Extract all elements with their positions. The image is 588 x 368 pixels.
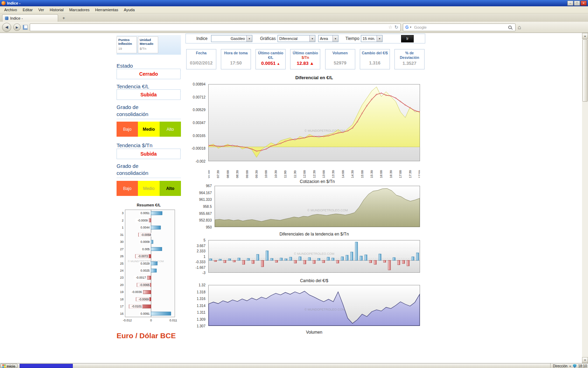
windows-logo-icon <box>2 364 6 368</box>
x-axis-labels: 07:0007:3008:0008:3009:0009:3010:0010:30… <box>208 163 420 179</box>
back-button[interactable]: ◀ <box>2 23 11 32</box>
menu-historial[interactable]: Historial <box>47 7 66 13</box>
tab-indice[interactable]: Indice - <box>2 14 58 22</box>
grado-button-bajo[interactable]: Bajo <box>117 122 138 137</box>
chevron-icon[interactable]: « <box>569 364 571 368</box>
chart-title-volumen: Volumen <box>208 330 420 335</box>
y-tick: 1.314 <box>197 304 205 308</box>
grado-button-bajo[interactable]: Bajo <box>117 181 138 196</box>
close-button[interactable]: × <box>581 1 587 6</box>
svg-text:0.0029: 0.0029 <box>141 262 150 265</box>
menu-ayuda[interactable]: Ayuda <box>121 7 138 13</box>
y-tick: 952.833 <box>199 218 212 222</box>
security-shield-icon[interactable] <box>573 364 576 368</box>
plot-area: © MUNDOPETROLEO.COM <box>208 84 420 161</box>
y-tick: 2.333 <box>197 249 205 253</box>
controls-bar: Indice Gasóleo ▼ Gráficas Diferencial ▼ … <box>186 34 425 43</box>
home-button[interactable]: ⌂ <box>518 24 521 30</box>
svg-text:23: 23 <box>120 276 124 279</box>
indice-select[interactable]: Gasóleo ▼ <box>211 35 252 42</box>
svg-text:16:30: 16:30 <box>389 170 393 178</box>
taskbar-clock[interactable]: 18:10 <box>578 364 587 368</box>
info-box-value: 12.83▲ <box>290 61 320 66</box>
new-tab-button[interactable]: + <box>59 15 68 21</box>
menu-ver[interactable]: Ver <box>35 7 47 13</box>
web-page: PuntosInflexión19UnidadMercado$/Tn Estad… <box>0 33 582 363</box>
y-tick: 958.5 <box>203 205 212 209</box>
bookmark-star-icon[interactable]: ☆ <box>388 25 392 30</box>
svg-text:-0.0058: -0.0058 <box>141 233 151 237</box>
info-box-label: Último cambio€/L <box>256 49 285 60</box>
search-engine-dropdown-icon[interactable]: ▾ <box>410 26 411 29</box>
y-tick: 1.32 <box>199 283 205 287</box>
svg-text:-0.0072: -0.0072 <box>138 254 148 258</box>
search-box[interactable]: G ▾ Google <box>403 23 516 31</box>
menu-editar[interactable]: Editar <box>20 7 36 13</box>
search-icon[interactable] <box>508 26 512 29</box>
grado-button-medio[interactable]: Medio <box>138 181 159 196</box>
y-tick: -0.002 <box>196 159 205 163</box>
menu-archivo[interactable]: Archivo <box>1 7 20 13</box>
svg-text:-0.0009: -0.0009 <box>138 219 148 222</box>
estado-value: Cerrado <box>117 69 181 79</box>
info-box-value: 52979 <box>326 60 355 66</box>
taskbar-window-item[interactable] <box>20 364 73 368</box>
grado-button-alto[interactable]: Alto <box>160 122 181 137</box>
vertical-scrollbar[interactable]: ▲ ▼ <box>582 33 588 363</box>
url-bar[interactable]: ☆ ↻ <box>30 23 401 31</box>
info-box: Fecha03/02/2012 <box>186 49 216 69</box>
scroll-thumb[interactable] <box>582 39 588 102</box>
address-toolbar-label[interactable]: Dirección <box>553 364 568 368</box>
y-tick: -1.667 <box>196 266 205 270</box>
grado-button-alto[interactable]: Alto <box>160 181 181 196</box>
menu-marcadores[interactable]: Marcadores <box>66 7 92 13</box>
scroll-down-icon[interactable]: ▼ <box>582 357 588 363</box>
maximize-button[interactable]: □ <box>574 1 580 6</box>
stat-box-unidad-mercado: UnidadMercado$/Tn <box>138 36 158 53</box>
forward-button[interactable]: ▶ <box>13 23 21 31</box>
start-button[interactable]: Inicio <box>0 364 18 368</box>
grado-usd-buttons: BajoMedioAlto <box>117 181 181 196</box>
page-icon[interactable] <box>23 25 28 30</box>
tipo-select[interactable]: Area ▼ <box>318 35 338 42</box>
minimize-button[interactable]: – <box>567 1 573 6</box>
chart-tendencia-bars: Diferenciales de la tendencia en $/Tn 53… <box>186 232 425 277</box>
graficas-select[interactable]: Diferencial ▼ <box>278 35 315 42</box>
menu-herramientas[interactable]: Herramientas <box>92 7 121 13</box>
stats-panel: PuntosInflexión19UnidadMercado$/Tn <box>117 35 181 55</box>
plot-area: © MUNDOPETROLEO.COM <box>208 240 420 273</box>
window-title: Indice - <box>7 1 567 5</box>
chart-cotizacion: Cotizacion en $/Tn 967964.167961.333958.… <box>186 179 425 232</box>
y-tick: 3.667 <box>197 244 205 248</box>
y-tick: 5 <box>203 238 205 242</box>
stat-box-puntos-inflexion: PuntosInflexión19 <box>117 36 137 53</box>
svg-text:11:00: 11:00 <box>284 170 287 178</box>
tiempo-label: Tiempo <box>345 36 359 41</box>
svg-text:© MUNDOPETROLEO.COM: © MUNDOPETROLEO.COM <box>294 252 335 255</box>
ir-button[interactable]: Ir <box>401 35 414 42</box>
up-arrow-icon: ▲ <box>309 61 314 66</box>
info-box-value: 0.0051▲ <box>256 61 285 66</box>
grado-button-medio[interactable]: Medio <box>138 122 159 137</box>
info-box-value: 1.3527 <box>395 61 424 66</box>
up-triangle-icon: ▲ <box>277 62 280 66</box>
scroll-up-icon[interactable]: ▲ <box>582 33 588 39</box>
resumen-chart-title: Resumen €/L <box>117 203 181 207</box>
info-box: Volumen52979 <box>325 49 355 69</box>
y-tick: 0.00529 <box>193 108 205 112</box>
svg-text:09:00: 09:00 <box>245 170 249 178</box>
svg-text:14:00: 14:00 <box>341 170 345 178</box>
desktop-screen: Indice - – □ × ArchivoEditarVerHistorial… <box>0 0 588 368</box>
y-tick: 1.307 <box>197 324 205 328</box>
svg-text:17:30: 17:30 <box>408 170 412 178</box>
window-titlebar[interactable]: Indice - – □ × <box>0 0 588 6</box>
svg-text:-0.012: -0.012 <box>123 319 132 322</box>
info-box: Hora de toma17:50 <box>221 49 251 69</box>
reload-icon[interactable]: ↻ <box>394 25 398 30</box>
svg-text:08:30: 08:30 <box>236 170 239 178</box>
y-tick: 1.309 <box>197 318 205 321</box>
svg-text:26: 26 <box>120 254 124 258</box>
tiempo-select[interactable]: 15 min. ▼ <box>361 35 383 42</box>
y-tick: 950 <box>206 225 212 229</box>
svg-text:24: 24 <box>120 269 124 272</box>
